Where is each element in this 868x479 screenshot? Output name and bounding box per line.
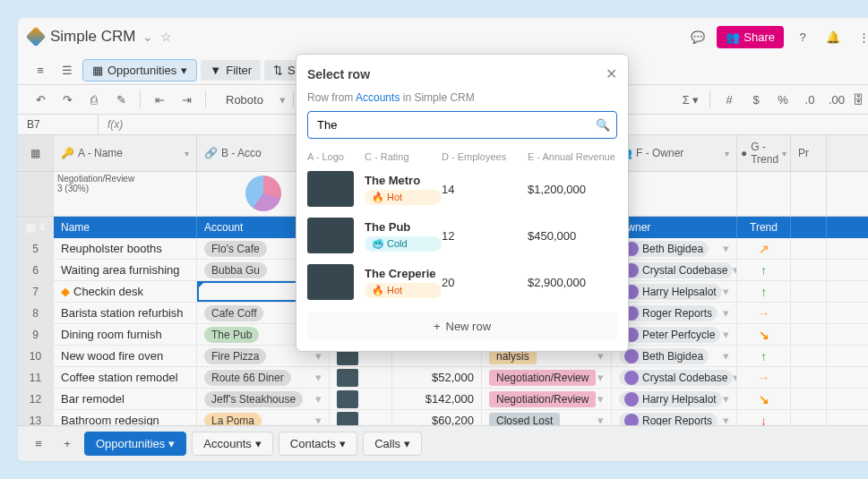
- modal-subtitle: Row from Accounts in Simple CRM: [307, 91, 617, 104]
- modal-column-headers: A - Logo C - Rating D - Employees E - An…: [307, 148, 617, 166]
- search-input[interactable]: [307, 111, 617, 139]
- modal-title: Select row: [307, 67, 370, 81]
- result-row[interactable]: The Creperie🔥 Hot 20 $2,900,000: [307, 259, 617, 305]
- rating-badge: 🔥 Hot: [365, 283, 442, 298]
- employees-value: 14: [442, 183, 528, 196]
- result-row[interactable]: The Metro🔥 Hot 14 $1,200,000: [307, 166, 617, 212]
- revenue-value: $2,900,000: [528, 276, 586, 289]
- result-logo: [307, 264, 354, 300]
- rating-badge: 🥶 Cold: [365, 236, 442, 252]
- employees-value: 12: [442, 229, 528, 243]
- app-window: Simple CRM ⌄ ☆ 💬 👥 Share ? 🔔 ⋮ ≡ ☰ ▦ Opp…: [18, 18, 868, 461]
- result-logo: [307, 218, 354, 253]
- result-name: The Creperie: [365, 267, 442, 280]
- employees-value: 20: [442, 276, 528, 289]
- result-row[interactable]: The Pub🥶 Cold 12 $450,000: [307, 212, 617, 259]
- revenue-value: $450,000: [528, 229, 576, 243]
- result-name: The Pub: [365, 220, 442, 234]
- close-icon[interactable]: ✕: [606, 65, 617, 82]
- new-row-button[interactable]: + New row: [307, 312, 617, 340]
- accounts-link[interactable]: Accounts: [356, 91, 400, 104]
- revenue-value: $1,200,000: [528, 183, 586, 196]
- result-logo: [307, 171, 354, 207]
- search-icon: 🔍: [596, 118, 610, 132]
- rating-badge: 🔥 Hot: [365, 190, 442, 205]
- result-name: The Metro: [365, 174, 442, 187]
- select-row-modal: Select row ✕ Row from Accounts in Simple…: [296, 54, 629, 352]
